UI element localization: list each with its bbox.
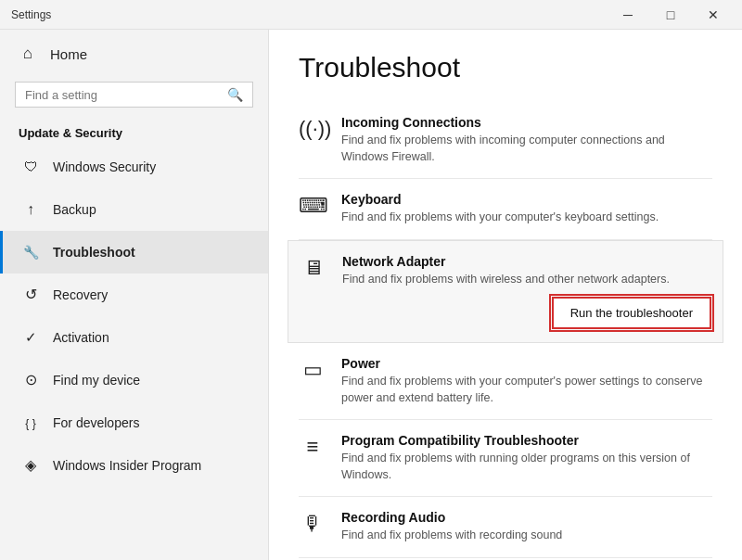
keyboard-icon: ⌨	[299, 194, 326, 218]
list-item: ≡ Program Compatibility Troubleshooter F…	[299, 420, 712, 497]
sidebar-item-label: Recovery	[53, 287, 108, 302]
maximize-button[interactable]: □	[649, 0, 692, 30]
home-icon	[19, 45, 37, 63]
network-adapter-icon: 🖥	[300, 256, 327, 280]
section-header: Update & Security	[0, 119, 268, 146]
item-content: Program Compatibility Troubleshooter Fin…	[341, 433, 712, 483]
find-device-icon	[21, 371, 40, 389]
item-title: Program Compatibility Troubleshooter	[341, 433, 712, 448]
item-title: Recording Audio	[341, 510, 712, 525]
backup-icon	[21, 200, 40, 219]
search-input[interactable]	[25, 88, 220, 102]
list-item-network-adapter: 🖥 Network Adapter Find and fix problems …	[288, 240, 723, 344]
troubleshoot-icon	[21, 243, 40, 261]
item-desc: Find and fix problems with recording sou…	[341, 528, 712, 544]
search-icon: 🔍	[227, 87, 243, 102]
item-desc: Find and fix problems with running older…	[341, 451, 712, 483]
run-troubleshooter-button[interactable]: Run the troubleshooter	[552, 297, 711, 329]
sidebar-item-windows-insider[interactable]: Windows Insider Program	[0, 444, 268, 487]
sidebar-home-label: Home	[50, 46, 87, 62]
item-title: Keyboard	[341, 192, 712, 207]
item-title: Network Adapter	[342, 254, 711, 269]
sidebar-item-label: Windows Insider Program	[53, 458, 201, 473]
sidebar-item-label: Activation	[53, 330, 109, 345]
item-desc: Find and fix problems with incoming comp…	[341, 133, 712, 165]
item-content: Incoming Connections Find and fix proble…	[341, 115, 712, 165]
item-title: Power	[341, 356, 712, 371]
sidebar-item-activation[interactable]: Activation	[0, 316, 268, 359]
sidebar: Home 🔍 Update & Security Windows Securit…	[0, 30, 269, 560]
insider-icon	[21, 456, 40, 475]
sidebar-item-recovery[interactable]: Recovery	[0, 274, 268, 316]
titlebar-title: Settings	[11, 8, 51, 21]
titlebar: Settings ─ □ ✕	[0, 0, 742, 30]
sidebar-item-label: For developers	[53, 415, 139, 430]
audio-icon: 🎙	[299, 512, 326, 536]
sidebar-item-home[interactable]: Home	[0, 30, 268, 78]
sidebar-item-backup[interactable]: Backup	[0, 188, 268, 231]
item-desc: Find and fix problems with your computer…	[341, 210, 712, 226]
item-content: Network Adapter Find and fix problems wi…	[342, 254, 711, 330]
list-item: ((·)) Incoming Connections Find and fix …	[299, 102, 712, 179]
sidebar-item-find-my-device[interactable]: Find my device	[0, 359, 268, 401]
compat-icon: ≡	[299, 435, 326, 459]
search-box[interactable]: 🔍	[15, 82, 253, 108]
recovery-icon	[21, 286, 40, 304]
app-container: Home 🔍 Update & Security Windows Securit…	[0, 30, 742, 560]
run-btn-container: Run the troubleshooter	[342, 297, 711, 329]
item-desc: Find and fix problems with your computer…	[341, 374, 712, 406]
developers-icon	[21, 414, 40, 432]
item-title: Incoming Connections	[341, 115, 712, 130]
list-item: ▭ Power Find and fix problems with your …	[299, 343, 712, 420]
list-item: ⌨ Keyboard Find and fix problems with yo…	[299, 179, 712, 240]
sidebar-item-troubleshoot[interactable]: Troubleshoot	[0, 231, 268, 274]
page-title: Troubleshoot	[299, 52, 712, 83]
item-content: Power Find and fix problems with your co…	[341, 356, 712, 406]
sidebar-item-label: Backup	[53, 202, 96, 217]
item-content: Recording Audio Find and fix problems wi…	[341, 510, 712, 544]
sidebar-item-label: Troubleshoot	[53, 245, 135, 260]
sidebar-item-for-developers[interactable]: For developers	[0, 401, 268, 444]
sidebar-item-label: Find my device	[53, 373, 140, 388]
item-desc: Find and fix problems with wireless and …	[342, 272, 711, 288]
wifi-icon: ((·))	[299, 117, 326, 141]
sidebar-item-windows-security[interactable]: Windows Security	[0, 146, 268, 188]
titlebar-controls: ─ □ ✕	[607, 0, 735, 30]
close-button[interactable]: ✕	[692, 0, 735, 30]
main-content: Troubleshoot ((·)) Incoming Connections …	[269, 30, 742, 560]
sidebar-item-label: Windows Security	[53, 159, 156, 174]
activation-icon	[21, 328, 40, 347]
power-icon: ▭	[299, 358, 326, 382]
shield-icon	[21, 158, 40, 176]
item-content: Keyboard Find and fix problems with your…	[341, 192, 712, 226]
list-item: 🎙 Recording Audio Find and fix problems …	[299, 497, 712, 558]
minimize-button[interactable]: ─	[607, 0, 649, 30]
